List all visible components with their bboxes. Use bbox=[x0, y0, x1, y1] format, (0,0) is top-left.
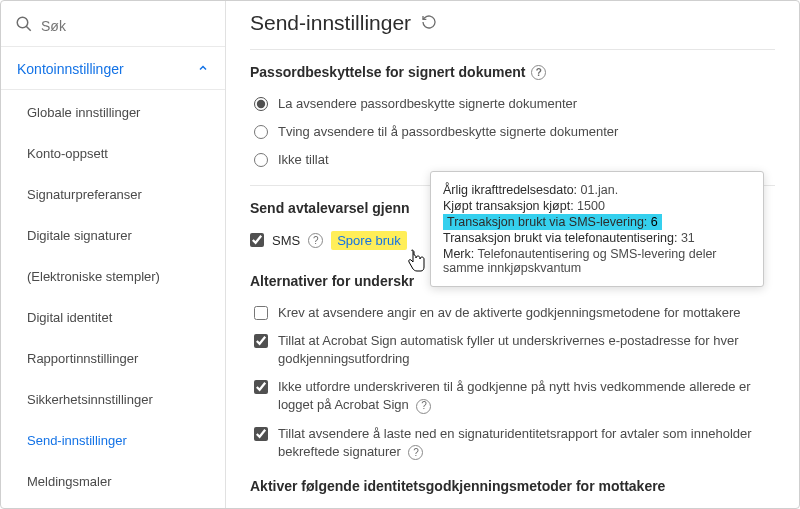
sidebar-section-header[interactable]: Kontoinnstillinger bbox=[1, 46, 225, 90]
svg-line-1 bbox=[26, 26, 31, 31]
sidebar-item[interactable]: Digital identitet bbox=[1, 297, 225, 338]
radio[interactable] bbox=[254, 125, 268, 139]
checkbox[interactable] bbox=[254, 427, 268, 441]
page-title: Send-innstillinger bbox=[250, 11, 775, 35]
sidebar-item[interactable]: Meldingsmaler bbox=[1, 461, 225, 502]
radio[interactable] bbox=[254, 97, 268, 111]
bottom-section-title: Aktiver følgende identitetsgodkjenningsm… bbox=[250, 478, 775, 494]
radio-row: Tving avsendere til å passordbeskytte si… bbox=[254, 118, 775, 146]
sms-label: SMS bbox=[272, 233, 300, 248]
track-usage-link[interactable]: Spore bruk bbox=[331, 231, 407, 250]
checkbox[interactable] bbox=[254, 334, 268, 348]
check-label: Ikke utfordre underskriveren til å godkj… bbox=[278, 378, 775, 414]
chevron-up-icon bbox=[197, 61, 209, 77]
sidebar-item[interactable]: Globale innstillinger bbox=[1, 92, 225, 133]
search-row bbox=[1, 9, 225, 46]
checkbox[interactable] bbox=[254, 306, 268, 320]
page-title-text: Send-innstillinger bbox=[250, 11, 411, 35]
radio-label: Ikke tillat bbox=[278, 151, 329, 169]
search-input[interactable] bbox=[41, 18, 211, 34]
radio-row: La avsendere passordbeskytte signerte do… bbox=[254, 90, 775, 118]
check-label: Krev at avsendere angir en av de aktiver… bbox=[278, 304, 741, 322]
info-icon[interactable]: ? bbox=[308, 233, 323, 248]
sidebar-item[interactable]: Digitale signaturer bbox=[1, 215, 225, 256]
radio[interactable] bbox=[254, 153, 268, 167]
usage-tooltip: Årlig ikrafttredelsesdato: 01.jan. Kjøpt… bbox=[430, 171, 764, 287]
search-icon bbox=[15, 15, 33, 36]
main-content: Send-innstillinger Passordbeskyttelse fo… bbox=[226, 1, 799, 508]
check-row: Tillat avsendere å laste ned en signatur… bbox=[254, 420, 775, 466]
sidebar-item[interactable]: (Elektroniske stempler) bbox=[1, 256, 225, 297]
svg-point-0 bbox=[17, 17, 28, 28]
sidebar-item[interactable]: Sikkerhetsinnstillinger bbox=[1, 379, 225, 420]
info-icon[interactable]: ? bbox=[531, 65, 546, 80]
password-section-title: Passordbeskyttelse for signert dokument … bbox=[250, 64, 775, 80]
refresh-icon[interactable] bbox=[421, 11, 437, 35]
sidebar-item[interactable]: Rapportinnstillinger bbox=[1, 338, 225, 379]
signer-options-group: Krev at avsendere angir en av de aktiver… bbox=[250, 299, 775, 466]
radio-label: La avsendere passordbeskytte signerte do… bbox=[278, 95, 577, 113]
nav-list: Globale innstillingerKonto-oppsettSignat… bbox=[1, 90, 225, 502]
divider bbox=[250, 49, 775, 50]
checkbox[interactable] bbox=[254, 380, 268, 394]
sidebar-item[interactable]: Signaturpreferanser bbox=[1, 174, 225, 215]
sidebar: Kontoinnstillinger Globale innstillinger… bbox=[1, 1, 226, 508]
check-row: Tillat at Acrobat Sign automatisk fyller… bbox=[254, 327, 775, 373]
sidebar-item[interactable]: Send-innstillinger bbox=[1, 420, 225, 461]
sms-checkbox[interactable] bbox=[250, 233, 264, 247]
sidebar-item[interactable]: Konto-oppsett bbox=[1, 133, 225, 174]
sidebar-section-label: Kontoinnstillinger bbox=[17, 61, 124, 77]
radio-label: Tving avsendere til å passordbeskytte si… bbox=[278, 123, 618, 141]
info-icon[interactable]: ? bbox=[416, 399, 431, 414]
check-row: Ikke utfordre underskriveren til å godkj… bbox=[254, 373, 775, 419]
info-icon[interactable]: ? bbox=[408, 445, 423, 460]
check-label: Tillat at Acrobat Sign automatisk fyller… bbox=[278, 332, 775, 368]
check-row: Krev at avsendere angir en av de aktiver… bbox=[254, 299, 775, 327]
password-radio-group: La avsendere passordbeskytte signerte do… bbox=[250, 90, 775, 175]
check-label: Tillat avsendere å laste ned en signatur… bbox=[278, 425, 775, 461]
